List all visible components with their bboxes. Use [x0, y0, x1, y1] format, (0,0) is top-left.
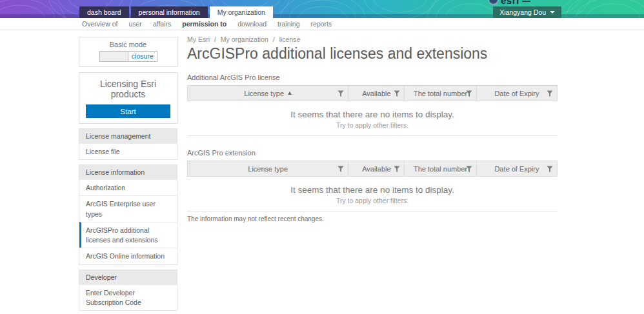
- sidebar: Basic mode closure Licensing Esri produc…: [79, 37, 177, 314]
- sidebar-section-license-management: License management License file: [79, 128, 177, 160]
- grid-empty-state: It seems that there are no items to disp…: [187, 177, 558, 211]
- licensing-panel: Licensing Esri products Start: [79, 72, 177, 124]
- toggle-empty-segment[interactable]: [100, 52, 129, 61]
- column-header-date-of-expiry[interactable]: Date of Expiry: [477, 86, 557, 101]
- section-header: Developer: [79, 270, 177, 284]
- filter-icon[interactable]: [547, 90, 553, 97]
- sidebar-item-arcgis-online-information[interactable]: ArcGIS Online information: [79, 248, 177, 264]
- main-panel: My Esri / My organization / license ArcG…: [187, 30, 558, 222]
- breadcrumb-my-organization[interactable]: My organization: [221, 35, 268, 43]
- basic-mode-panel: Basic mode closure: [79, 37, 177, 67]
- user-menu-label: Xiangyang Dou: [499, 8, 546, 16]
- sidebar-item-authorization[interactable]: Authorization: [79, 179, 177, 195]
- column-header-license-type[interactable]: License type: [188, 161, 348, 176]
- column-header-license-type[interactable]: License type: [188, 86, 348, 101]
- empty-state-subtitle: Try to apply other filters.: [187, 121, 558, 129]
- subnav-user[interactable]: user: [128, 20, 141, 28]
- empty-state-title: It seems that there are no items to disp…: [187, 110, 558, 119]
- subnav-reports[interactable]: reports: [311, 20, 332, 28]
- empty-state-subtitle: Try to apply other filters.: [187, 197, 558, 204]
- empty-state-title: It seems that there are no items to disp…: [187, 185, 558, 195]
- breadcrumb-license[interactable]: license: [279, 35, 301, 43]
- filter-icon[interactable]: [547, 166, 553, 173]
- grid-empty-state: It seems that there are no items to disp…: [187, 101, 558, 136]
- filter-icon[interactable]: [466, 166, 472, 173]
- section-header: License information: [79, 165, 177, 179]
- esri-globe-icon: [488, 0, 498, 5]
- chevron-down-icon: [550, 11, 555, 14]
- sidebar-item-developer-subscription-code[interactable]: Enter Developer Subscription Code: [79, 284, 177, 310]
- breadcrumb-separator: /: [214, 35, 216, 43]
- subnav-download[interactable]: download: [237, 20, 267, 28]
- sidebar-section-developer: Developer Enter Developer Subscription C…: [79, 270, 177, 311]
- column-label: License type: [244, 90, 284, 97]
- start-button[interactable]: Start: [86, 104, 170, 118]
- subnav-overview[interactable]: Overview of: [82, 20, 117, 28]
- column-label: Available: [362, 165, 390, 173]
- tab-dashboard[interactable]: dash board: [79, 6, 129, 18]
- esri-logo-text: esri: [501, 0, 519, 6]
- grid-header-row: License type Available The total number: [187, 161, 558, 177]
- toggle-closure-label[interactable]: closure: [128, 52, 157, 61]
- filter-icon[interactable]: [337, 166, 344, 173]
- filter-icon[interactable]: [394, 166, 400, 173]
- column-header-total-number[interactable]: The total number: [405, 86, 477, 101]
- breadcrumb-my-esri[interactable]: My Esri: [187, 35, 210, 43]
- column-label: License type: [248, 165, 288, 173]
- column-header-total-number[interactable]: The total number: [405, 161, 477, 176]
- esri-logo[interactable]: esri: [488, 0, 530, 6]
- sidebar-item-license-file[interactable]: License file: [79, 143, 177, 159]
- column-label: Available: [362, 90, 390, 97]
- esri-logo-subtext: [522, 0, 530, 2]
- breadcrumb: My Esri / My organization / license: [187, 35, 558, 43]
- section-label-additional-license: Additional ArcGIS Pro license: [187, 74, 558, 81]
- sort-ascending-icon: [288, 92, 292, 95]
- breadcrumb-separator: /: [273, 35, 275, 43]
- sidebar-item-enterprise-user-types[interactable]: ArcGIS Enterprise user types: [79, 195, 177, 221]
- top-banner: esri dash board personal information My …: [0, 0, 644, 18]
- user-menu-button[interactable]: Xiangyang Dou: [493, 6, 561, 18]
- basic-mode-label: Basic mode: [79, 41, 177, 48]
- section-label-pro-extension: ArcGIS Pro extension: [187, 149, 558, 157]
- column-label: The total number: [414, 90, 467, 97]
- basic-mode-toggle[interactable]: closure: [99, 51, 157, 62]
- page-title: ArcGISPro additional licenses and extens…: [187, 45, 558, 63]
- subnav-affairs[interactable]: affairs: [153, 20, 171, 28]
- grid-arcgis-pro-extension: License type Available The total number: [187, 161, 558, 211]
- primary-tabs: dash board personal information My organ…: [79, 6, 273, 18]
- filter-icon[interactable]: [466, 90, 472, 97]
- subnav-permission-to[interactable]: permission to: [182, 20, 226, 28]
- subnav-training[interactable]: training: [277, 20, 299, 28]
- column-header-date-of-expiry[interactable]: Date of Expiry: [477, 161, 557, 176]
- column-label: Date of Expiry: [494, 90, 539, 97]
- column-label: The total number: [414, 165, 467, 173]
- section-header: License management: [79, 129, 177, 143]
- column-header-available[interactable]: Available: [348, 161, 405, 176]
- column-header-available[interactable]: Available: [348, 86, 405, 101]
- sidebar-section-license-information: License information Authorization ArcGIS…: [79, 164, 177, 264]
- secondary-nav: Overview of user affairs permission to d…: [0, 18, 644, 30]
- licensing-title: Licensing Esri products: [86, 79, 170, 99]
- footnote: The information may not reflect recent c…: [187, 215, 558, 222]
- content-area: Basic mode closure Licensing Esri produc…: [0, 30, 644, 314]
- filter-icon[interactable]: [394, 90, 400, 97]
- filter-icon[interactable]: [337, 90, 344, 97]
- grid-header-row: License type Available The total number: [187, 85, 558, 101]
- tab-personal-information[interactable]: personal information: [131, 6, 208, 18]
- column-label: Date of Expiry: [494, 165, 539, 173]
- sidebar-item-arcgispro-additional-licenses[interactable]: ArcGISPro additional licenses and extens…: [79, 222, 177, 248]
- tab-my-organization[interactable]: My organization: [210, 6, 273, 18]
- grid-additional-arcgis-pro-license: License type Available The total number: [187, 85, 558, 136]
